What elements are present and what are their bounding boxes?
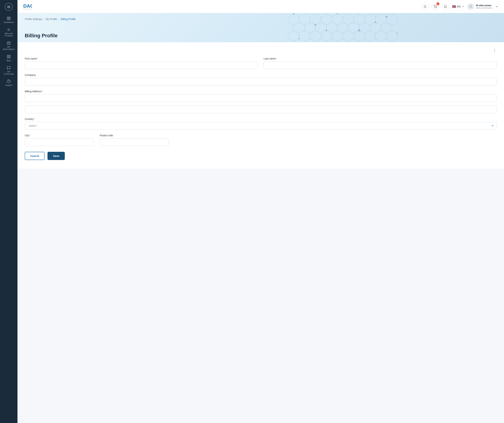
last-name-label: Last name* <box>264 57 497 60</box>
cancel-button[interactable]: Cancel <box>25 152 45 160</box>
cart-button[interactable]: 1 <box>432 3 439 10</box>
sidebar-item-label: Dashboard <box>4 21 14 23</box>
svg-rect-6 <box>9 19 10 20</box>
sidebar-item-apis[interactable]: APIs and Products <box>1 26 17 39</box>
logo-icon: DAC DIGITAL APICRAFT <box>23 3 32 11</box>
svg-rect-4 <box>9 17 10 18</box>
lang-label: EN <box>457 5 461 8</box>
postal-code-label: Postal code <box>100 134 169 137</box>
svg-marker-26 <box>321 14 332 25</box>
svg-line-19 <box>426 7 426 8</box>
postal-code-input[interactable] <box>100 138 169 146</box>
country-select-wrap: - Select - <box>25 122 497 130</box>
search-button[interactable] <box>421 3 429 10</box>
first-name-input[interactable] <box>25 61 258 69</box>
svg-rect-5 <box>7 19 8 20</box>
svg-rect-3 <box>7 17 8 18</box>
user-icon <box>469 5 473 8</box>
sidebar-item-label: APIs and Products <box>2 32 15 37</box>
svg-point-53 <box>315 24 316 26</box>
breadcrumb-sep-2: › <box>59 18 60 21</box>
breadcrumb-my-profile[interactable]: My Profile <box>46 18 57 21</box>
svg-marker-37 <box>337 22 348 33</box>
svg-marker-36 <box>326 22 337 33</box>
billing-address-group: Billing Address* <box>25 90 497 113</box>
language-selector[interactable]: 🇬🇧 EN <box>452 5 464 9</box>
sidebar-item-support[interactable]: Support <box>1 78 17 88</box>
svg-rect-8 <box>7 42 10 45</box>
city-postal-row: City* Postal code <box>25 134 497 146</box>
breadcrumb: Profile Settings › My Profile › Billing … <box>25 18 76 21</box>
name-row: First name* Last name* <box>25 57 497 69</box>
svg-marker-39 <box>359 22 370 33</box>
community-icon <box>7 66 11 70</box>
svg-marker-50 <box>376 30 386 41</box>
country-label: Country* <box>25 118 497 121</box>
user-menu[interactable]: Hi ekta umare ekta.u+pconsume... <box>467 3 498 10</box>
notification-button[interactable] <box>442 3 449 10</box>
required-star: * <box>42 90 43 93</box>
svg-marker-42 <box>288 30 299 41</box>
logo: DAC DIGITAL APICRAFT <box>23 3 32 11</box>
last-name-input[interactable] <box>264 61 497 69</box>
billing-address-label: Billing Address* <box>25 90 497 93</box>
form-actions-top: ⋮ <box>25 48 497 53</box>
breadcrumb-billing-profile: Billing Profile <box>61 18 76 21</box>
sidebar-item-apps[interactable]: Apps <box>1 53 17 63</box>
required-star: * <box>30 134 30 137</box>
hero-pattern <box>163 13 504 42</box>
company-input[interactable] <box>25 78 497 85</box>
billing-address-row: Billing Address* <box>25 90 497 113</box>
save-button[interactable]: Save <box>48 152 65 160</box>
required-star: * <box>34 118 35 121</box>
flag-icon: 🇬🇧 <box>452 5 456 9</box>
breadcrumb-profile-settings[interactable]: Profile Settings <box>25 18 42 21</box>
city-input[interactable] <box>25 138 94 146</box>
user-text: Hi ekta umare ekta.u+pconsume... <box>476 4 493 9</box>
svg-marker-45 <box>321 30 332 41</box>
user-chevron-icon <box>495 5 498 8</box>
required-star: * <box>276 57 277 60</box>
svg-marker-41 <box>381 22 392 33</box>
header: DAC DIGITAL APICRAFT 1 <box>18 0 504 13</box>
first-name-label: First name* <box>25 57 258 60</box>
dashboard-icon <box>7 16 11 20</box>
svg-point-20 <box>435 8 435 8</box>
sidebar: Dashboard APIs and Products API Subscrip… <box>0 0 18 423</box>
required-star: * <box>37 57 38 60</box>
svg-marker-31 <box>376 14 386 25</box>
apps-icon <box>7 54 11 59</box>
svg-marker-27 <box>332 14 343 25</box>
country-group: Country* - Select - <box>25 118 497 130</box>
svg-rect-12 <box>9 55 10 56</box>
svg-marker-48 <box>354 30 365 41</box>
svg-point-57 <box>385 16 387 18</box>
sidebar-item-label: Support <box>5 84 12 86</box>
last-name-group: Last name* <box>264 57 497 69</box>
sidebar-item-subscriptions[interactable]: API Subscriptions <box>1 39 17 52</box>
company-group: Company <box>25 73 497 85</box>
notification-icon <box>444 5 447 8</box>
svg-marker-33 <box>294 22 305 33</box>
svg-point-18 <box>424 6 426 7</box>
svg-marker-25 <box>310 14 321 25</box>
sidebar-item-community[interactable]: API Community <box>1 64 17 77</box>
chevron-down-icon <box>462 5 464 8</box>
svg-point-58 <box>397 33 398 34</box>
svg-marker-49 <box>365 30 376 41</box>
menu-button[interactable] <box>5 3 13 11</box>
sidebar-item-dashboard[interactable]: Dashboard <box>1 15 17 25</box>
svg-point-59 <box>326 30 327 31</box>
header-right: 1 🇬🇧 EN <box>421 3 498 10</box>
svg-rect-14 <box>9 57 10 58</box>
form-buttons: Cancel Save <box>25 152 497 160</box>
country-select[interactable]: - Select - <box>25 122 497 130</box>
svg-marker-32 <box>386 14 397 25</box>
user-name: Hi ekta umare <box>476 4 493 7</box>
more-options-button[interactable]: ⋮ <box>492 48 497 53</box>
billing-address-line1-input[interactable] <box>25 94 497 102</box>
sidebar-item-label: API Community <box>2 71 15 75</box>
svg-rect-13 <box>7 57 8 58</box>
billing-address-line2-input[interactable] <box>25 106 497 113</box>
first-name-group: First name* <box>25 57 258 69</box>
